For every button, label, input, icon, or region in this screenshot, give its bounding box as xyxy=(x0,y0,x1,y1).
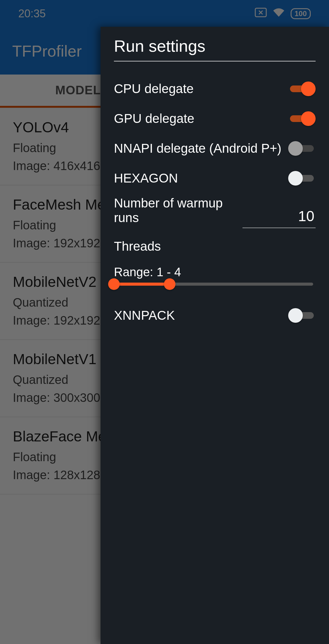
threads-range-label: Range: 1 - 4 xyxy=(114,265,316,279)
cpu-delegate-toggle[interactable] xyxy=(288,82,316,96)
threads-range-thumb-low[interactable] xyxy=(108,278,120,290)
setting-nnapi-delegate: NNAPI delegate (Android P+) xyxy=(114,134,316,163)
run-settings-panel: Run settings CPU delegate GPU delegate N… xyxy=(101,27,329,644)
hexagon-label: HEXAGON xyxy=(114,171,178,186)
nnapi-delegate-toggle[interactable] xyxy=(288,141,316,156)
threads-range-slider[interactable] xyxy=(114,283,313,286)
threads-label: Threads xyxy=(114,239,316,254)
setting-gpu-delegate: GPU delegate xyxy=(114,104,316,133)
setting-cpu-delegate: CPU delegate xyxy=(114,74,316,103)
setting-hexagon: HEXAGON xyxy=(114,164,316,193)
warmup-input[interactable] xyxy=(242,206,316,228)
xnnpack-label: XNNPACK xyxy=(114,308,175,323)
gpu-delegate-label: GPU delegate xyxy=(114,111,194,126)
threads-range-thumb-high[interactable] xyxy=(164,278,175,290)
setting-xnnpack: XNNPACK xyxy=(114,301,316,330)
cpu-delegate-label: CPU delegate xyxy=(114,82,194,96)
panel-title: Run settings xyxy=(114,37,316,61)
warmup-label: Number of warmup runs xyxy=(114,196,242,228)
hexagon-toggle[interactable] xyxy=(288,171,316,186)
app-root: 20:35 100 TFProfiler MODELS REPORTS YOLO… xyxy=(0,0,329,644)
xnnpack-toggle[interactable] xyxy=(288,308,316,323)
gpu-delegate-toggle[interactable] xyxy=(288,111,316,126)
nnapi-delegate-label: NNAPI delegate (Android P+) xyxy=(114,141,281,156)
setting-warmup-runs: Number of warmup runs xyxy=(114,196,316,228)
